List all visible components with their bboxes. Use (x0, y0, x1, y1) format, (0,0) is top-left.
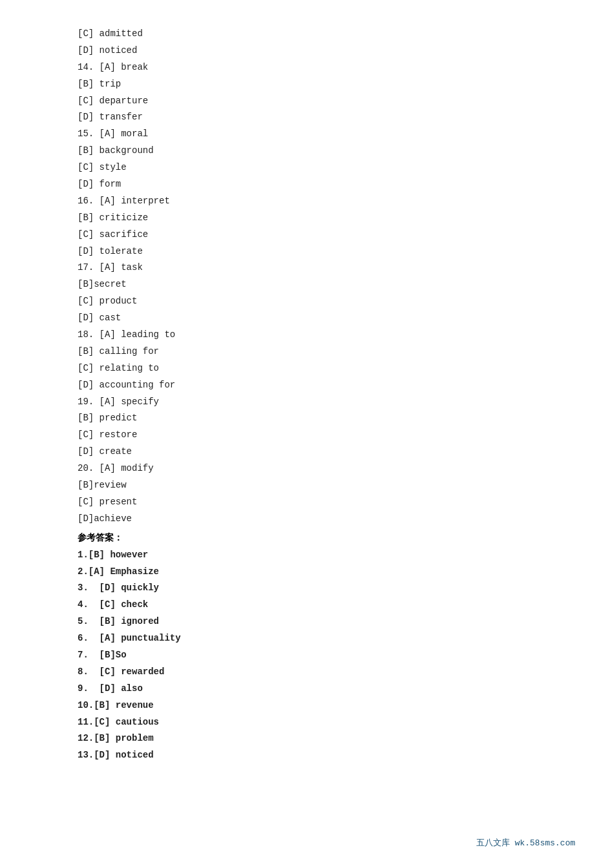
list-item: [D] form (78, 176, 575, 193)
list-item: [B]review (78, 477, 575, 494)
footer: 五八文库 wk.58sms.com (476, 837, 575, 849)
answer-item: 10.[B] revenue (78, 698, 575, 714)
list-item: [B] calling for (78, 344, 575, 360)
list-item: 17. [A] task (78, 260, 575, 276)
answer-item: 6. [A] punctuality (78, 630, 575, 647)
list-item: 18. [A] leading to (78, 327, 575, 344)
answer-item: 5. [B] ignored (78, 614, 575, 630)
answer-item: 8. [C] rewarded (78, 664, 575, 681)
list-item: [D] accounting for (78, 377, 575, 394)
list-item: [D]achieve (78, 511, 575, 528)
list-item: [C] product (78, 293, 575, 310)
list-item: 19. [A] specify (78, 394, 575, 411)
answer-item: 9. [D] also (78, 681, 575, 698)
footer-prefix: 五八文库 (476, 838, 515, 848)
list-item: [D] create (78, 444, 575, 460)
answer-item: 7. [B]So (78, 647, 575, 664)
list-item: [C] sacrifice (78, 227, 575, 243)
list-item: [C] style (78, 160, 575, 176)
footer-url: wk.58sms.com (514, 838, 575, 848)
answer-item: 1.[B] however (78, 547, 575, 564)
answer-item: 3. [D] quickly (78, 580, 575, 597)
list-item: [B]secret (78, 276, 575, 293)
list-item: [C] restore (78, 427, 575, 444)
answer-item: 13.[D] noticed (78, 747, 575, 764)
list-item: [C] departure (78, 93, 575, 110)
list-item: [C] relating to (78, 360, 575, 377)
list-item: [B] background (78, 143, 575, 160)
list-item: [B] criticize (78, 210, 575, 227)
list-item: [C] admitted (78, 26, 575, 43)
list-item: [C] present (78, 494, 575, 511)
list-item: 16. [A] interpret (78, 193, 575, 210)
list-item: 20. [A] modify (78, 460, 575, 477)
list-item: [D] cast (78, 310, 575, 327)
list-item: [D] transfer (78, 109, 575, 126)
answer-section: 参考答案： 1.[B] however2.[A] Emphasize3. [D]… (78, 530, 575, 764)
list-item: [B] predict (78, 410, 575, 427)
answer-item: 11.[C] cautious (78, 714, 575, 731)
main-content: [C] admitted[D] noticed14. [A] break[B] … (78, 26, 575, 764)
answer-item: 4. [C] check (78, 597, 575, 614)
list-item: [D] tolerate (78, 243, 575, 260)
list-item: [B] trip (78, 76, 575, 93)
list-item: 14. [A] break (78, 59, 575, 76)
answer-item: 12.[B] problem (78, 730, 575, 747)
answer-title: 参考答案： (78, 533, 123, 543)
answer-item: 2.[A] Emphasize (78, 564, 575, 581)
list-item: [D] noticed (78, 43, 575, 59)
list-item: 15. [A] moral (78, 126, 575, 143)
